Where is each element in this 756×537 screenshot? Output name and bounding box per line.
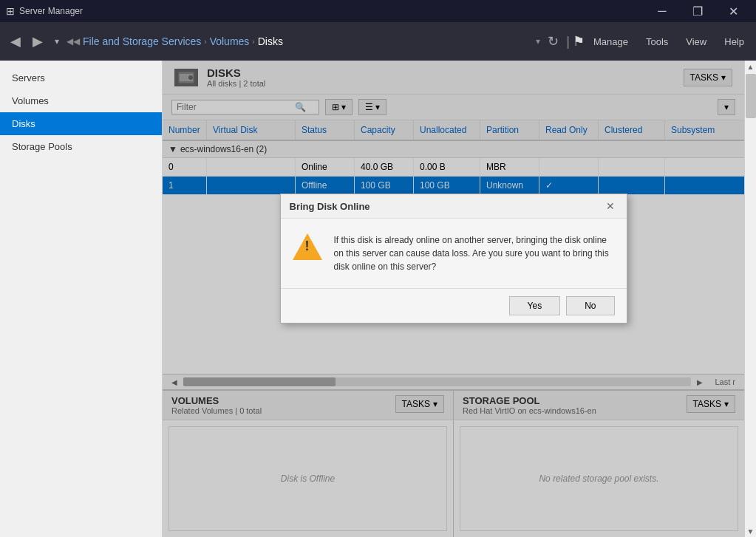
sidebar-item-storage-pools[interactable]: Storage Pools [0,135,162,158]
nav-separator: | [566,34,570,49]
nav-path: ◀◀ File and Storage Services › Volumes ›… [67,35,533,47]
dialog-body: ! If this disk is already online on anot… [281,219,627,288]
forward-button[interactable]: ▶ [28,30,47,52]
nav-sep-1: › [204,38,206,46]
dialog-overlay: Bring Disk Online ✕ ! If this disk is al… [163,61,744,537]
scrollbar-up-arrow[interactable]: ▲ [745,61,757,72]
warning-exclamation: ! [305,239,310,253]
sidebar-item-volumes[interactable]: Volumes [0,89,162,112]
flag-icon: ⚑ [573,33,585,49]
content-area: DISKS All disks | 2 total TASKS ▾ 🔍 ⊞ ▾ [163,61,744,537]
nav-dropdown-arrow: ▾ [536,36,540,47]
no-button[interactable]: No [566,296,614,315]
tools-menu[interactable]: Tools [640,33,674,50]
nav-bar: ◀ ▶ ▾ ◀◀ File and Storage Services › Vol… [0,22,756,61]
sidebar: Servers Volumes Disks Storage Pools [0,61,163,537]
nav-sep-2: › [252,38,254,46]
scrollbar-thumb[interactable] [746,74,756,118]
sidebar-item-servers[interactable]: Servers [0,66,162,89]
refresh-button[interactable]: ↻ [543,30,563,52]
view-menu[interactable]: View [680,33,712,50]
dialog-message: If this disk is already online on anothe… [334,233,615,273]
warning-icon: ! [293,233,322,263]
app-icon: ⊞ [6,5,15,17]
main-scrollbar: ▲ ▼ [744,61,756,537]
title-bar: ⊞ Server Manager ─ ❐ ✕ [0,0,756,22]
minimize-button[interactable]: ─ [645,0,679,22]
nav-path-volumes[interactable]: Volumes [210,35,250,47]
maximize-button[interactable]: ❐ [681,0,715,22]
yes-button[interactable]: Yes [509,296,561,315]
nav-path-disks: Disks [258,35,283,47]
dialog-title: Bring Disk Online [290,201,370,212]
bring-disk-online-dialog: Bring Disk Online ✕ ! If this disk is al… [280,194,627,324]
back-button[interactable]: ◀ [6,30,25,52]
window-controls: ─ ❐ ✕ [645,0,750,22]
app-title: Server Manager [19,6,645,16]
main-layout: Servers Volumes Disks Storage Pools DISK… [0,61,756,537]
manage-menu[interactable]: Manage [588,33,634,50]
dialog-close-button[interactable]: ✕ [603,200,618,212]
nav-dropdown-button[interactable]: ▾ [50,33,64,49]
scrollbar-down-arrow[interactable]: ▼ [745,525,757,537]
close-button[interactable]: ✕ [716,0,750,22]
dialog-title-bar: Bring Disk Online ✕ [281,194,627,219]
dialog-footer: Yes No [281,288,627,323]
nav-path-file-storage[interactable]: File and Storage Services [83,35,201,47]
sidebar-item-disks[interactable]: Disks [0,112,162,135]
help-menu[interactable]: Help [718,33,750,50]
nav-menu: Manage Tools View Help [588,33,750,50]
